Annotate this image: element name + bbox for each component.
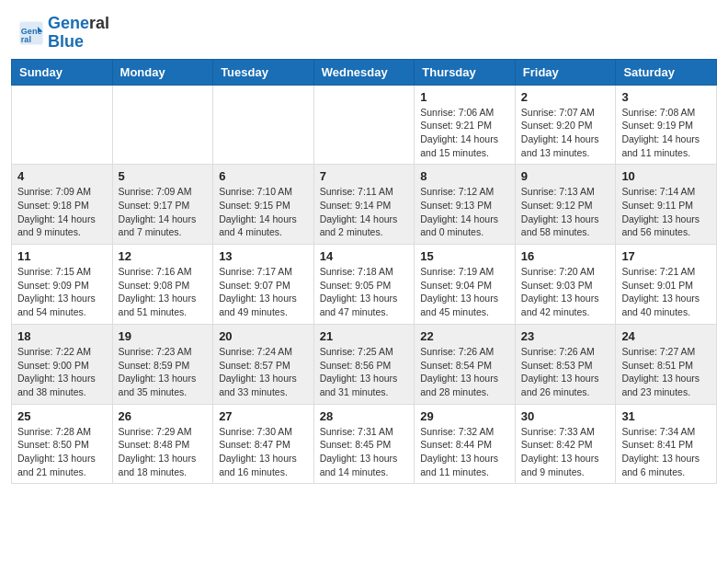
- day-info: Sunrise: 7:09 AM Sunset: 9:18 PM Dayligh…: [17, 185, 107, 239]
- calendar-cell: 26Sunrise: 7:29 AM Sunset: 8:48 PM Dayli…: [112, 404, 213, 484]
- day-number: 15: [420, 249, 509, 263]
- day-number: 8: [420, 169, 509, 183]
- calendar-cell: [313, 85, 415, 165]
- logo-icon: Gene ral: [18, 20, 44, 46]
- day-info: Sunrise: 7:12 AM Sunset: 9:13 PM Dayligh…: [420, 185, 509, 239]
- page-header: Gene ral GeneralBlue: [0, 0, 728, 59]
- weekday-header-thursday: Thursday: [415, 59, 516, 85]
- calendar-wrap: SundayMondayTuesdayWednesdayThursdayFrid…: [0, 59, 728, 496]
- calendar-cell: [12, 85, 113, 165]
- calendar-cell: 18Sunrise: 7:22 AM Sunset: 9:00 PM Dayli…: [12, 324, 113, 404]
- day-info: Sunrise: 7:32 AM Sunset: 8:44 PM Dayligh…: [420, 425, 509, 479]
- calendar-cell: 12Sunrise: 7:16 AM Sunset: 9:08 PM Dayli…: [112, 245, 213, 325]
- calendar-cell: 5Sunrise: 7:09 AM Sunset: 9:17 PM Daylig…: [112, 165, 213, 245]
- calendar-cell: 17Sunrise: 7:21 AM Sunset: 9:01 PM Dayli…: [616, 245, 717, 325]
- week-row-4: 18Sunrise: 7:22 AM Sunset: 9:00 PM Dayli…: [12, 324, 717, 404]
- logo: Gene ral GeneralBlue: [18, 15, 109, 52]
- day-info: Sunrise: 7:29 AM Sunset: 8:48 PM Dayligh…: [119, 425, 208, 479]
- calendar-cell: 7Sunrise: 7:11 AM Sunset: 9:14 PM Daylig…: [313, 165, 415, 245]
- day-info: Sunrise: 7:24 AM Sunset: 8:57 PM Dayligh…: [219, 345, 308, 399]
- day-info: Sunrise: 7:16 AM Sunset: 9:08 PM Dayligh…: [119, 265, 208, 319]
- calendar-cell: 31Sunrise: 7:34 AM Sunset: 8:41 PM Dayli…: [616, 404, 717, 484]
- calendar-cell: 4Sunrise: 7:09 AM Sunset: 9:18 PM Daylig…: [12, 165, 113, 245]
- day-info: Sunrise: 7:15 AM Sunset: 9:09 PM Dayligh…: [17, 265, 107, 319]
- weekday-header-saturday: Saturday: [616, 59, 717, 85]
- week-row-1: 1Sunrise: 7:06 AM Sunset: 9:21 PM Daylig…: [12, 85, 717, 165]
- day-info: Sunrise: 7:22 AM Sunset: 9:00 PM Dayligh…: [17, 345, 107, 399]
- weekday-header-monday: Monday: [112, 59, 213, 85]
- day-number: 12: [119, 249, 208, 263]
- calendar-cell: 19Sunrise: 7:23 AM Sunset: 8:59 PM Dayli…: [112, 324, 213, 404]
- calendar-cell: 15Sunrise: 7:19 AM Sunset: 9:04 PM Dayli…: [415, 245, 516, 325]
- day-info: Sunrise: 7:18 AM Sunset: 9:05 PM Dayligh…: [320, 265, 409, 319]
- day-info: Sunrise: 7:26 AM Sunset: 8:53 PM Dayligh…: [521, 345, 610, 399]
- day-number: 26: [119, 409, 208, 423]
- calendar-cell: 6Sunrise: 7:10 AM Sunset: 9:15 PM Daylig…: [213, 165, 314, 245]
- day-number: 6: [219, 169, 308, 183]
- day-number: 16: [521, 249, 610, 263]
- day-number: 17: [621, 249, 711, 263]
- day-number: 30: [521, 409, 610, 423]
- day-info: Sunrise: 7:10 AM Sunset: 9:15 PM Dayligh…: [219, 185, 308, 239]
- day-number: 9: [521, 169, 610, 183]
- calendar-cell: 8Sunrise: 7:12 AM Sunset: 9:13 PM Daylig…: [415, 165, 516, 245]
- day-number: 13: [219, 249, 308, 263]
- calendar-cell: 2Sunrise: 7:07 AM Sunset: 9:20 PM Daylig…: [515, 85, 616, 165]
- week-row-2: 4Sunrise: 7:09 AM Sunset: 9:18 PM Daylig…: [12, 165, 717, 245]
- day-info: Sunrise: 7:23 AM Sunset: 8:59 PM Dayligh…: [119, 345, 208, 399]
- day-info: Sunrise: 7:17 AM Sunset: 9:07 PM Dayligh…: [219, 265, 308, 319]
- day-number: 11: [17, 249, 107, 263]
- day-number: 7: [320, 169, 409, 183]
- day-info: Sunrise: 7:27 AM Sunset: 8:51 PM Dayligh…: [621, 345, 711, 399]
- day-number: 24: [621, 329, 711, 343]
- day-number: 22: [420, 329, 509, 343]
- day-number: 1: [420, 90, 509, 104]
- day-info: Sunrise: 7:14 AM Sunset: 9:11 PM Dayligh…: [621, 185, 711, 239]
- day-number: 18: [17, 329, 107, 343]
- calendar-cell: 21Sunrise: 7:25 AM Sunset: 8:56 PM Dayli…: [313, 324, 415, 404]
- logo-text: GeneralBlue: [48, 15, 109, 52]
- day-number: 25: [17, 409, 107, 423]
- calendar-cell: 27Sunrise: 7:30 AM Sunset: 8:47 PM Dayli…: [213, 404, 314, 484]
- day-info: Sunrise: 7:31 AM Sunset: 8:45 PM Dayligh…: [320, 425, 409, 479]
- day-info: Sunrise: 7:21 AM Sunset: 9:01 PM Dayligh…: [621, 265, 711, 319]
- day-number: 10: [621, 169, 711, 183]
- day-info: Sunrise: 7:20 AM Sunset: 9:03 PM Dayligh…: [521, 265, 610, 319]
- calendar-cell: 25Sunrise: 7:28 AM Sunset: 8:50 PM Dayli…: [12, 404, 113, 484]
- week-row-3: 11Sunrise: 7:15 AM Sunset: 9:09 PM Dayli…: [12, 245, 717, 325]
- calendar-cell: 11Sunrise: 7:15 AM Sunset: 9:09 PM Dayli…: [12, 245, 113, 325]
- calendar-cell: 29Sunrise: 7:32 AM Sunset: 8:44 PM Dayli…: [415, 404, 516, 484]
- day-info: Sunrise: 7:06 AM Sunset: 9:21 PM Dayligh…: [420, 106, 509, 160]
- weekday-header-tuesday: Tuesday: [213, 59, 314, 85]
- calendar-cell: 24Sunrise: 7:27 AM Sunset: 8:51 PM Dayli…: [616, 324, 717, 404]
- day-info: Sunrise: 7:26 AM Sunset: 8:54 PM Dayligh…: [420, 345, 509, 399]
- weekday-header-row: SundayMondayTuesdayWednesdayThursdayFrid…: [12, 59, 717, 85]
- svg-text:ral: ral: [21, 35, 31, 44]
- day-info: Sunrise: 7:25 AM Sunset: 8:56 PM Dayligh…: [320, 345, 409, 399]
- calendar-cell: 14Sunrise: 7:18 AM Sunset: 9:05 PM Dayli…: [313, 245, 415, 325]
- calendar-cell: 1Sunrise: 7:06 AM Sunset: 9:21 PM Daylig…: [415, 85, 516, 165]
- day-info: Sunrise: 7:07 AM Sunset: 9:20 PM Dayligh…: [521, 106, 610, 160]
- weekday-header-wednesday: Wednesday: [313, 59, 415, 85]
- day-info: Sunrise: 7:30 AM Sunset: 8:47 PM Dayligh…: [219, 425, 308, 479]
- day-number: 20: [219, 329, 308, 343]
- calendar-cell: 20Sunrise: 7:24 AM Sunset: 8:57 PM Dayli…: [213, 324, 314, 404]
- weekday-header-friday: Friday: [515, 59, 616, 85]
- week-row-5: 25Sunrise: 7:28 AM Sunset: 8:50 PM Dayli…: [12, 404, 717, 484]
- day-number: 14: [320, 249, 409, 263]
- day-info: Sunrise: 7:13 AM Sunset: 9:12 PM Dayligh…: [521, 185, 610, 239]
- day-number: 4: [17, 169, 107, 183]
- day-info: Sunrise: 7:09 AM Sunset: 9:17 PM Dayligh…: [119, 185, 208, 239]
- day-number: 5: [119, 169, 208, 183]
- day-info: Sunrise: 7:28 AM Sunset: 8:50 PM Dayligh…: [17, 425, 107, 479]
- day-number: 27: [219, 409, 308, 423]
- day-number: 19: [119, 329, 208, 343]
- calendar-cell: 16Sunrise: 7:20 AM Sunset: 9:03 PM Dayli…: [515, 245, 616, 325]
- day-number: 28: [320, 409, 409, 423]
- calendar-cell: 22Sunrise: 7:26 AM Sunset: 8:54 PM Dayli…: [415, 324, 516, 404]
- day-info: Sunrise: 7:08 AM Sunset: 9:19 PM Dayligh…: [621, 106, 711, 160]
- calendar-table: SundayMondayTuesdayWednesdayThursdayFrid…: [11, 59, 717, 485]
- day-info: Sunrise: 7:11 AM Sunset: 9:14 PM Dayligh…: [320, 185, 409, 239]
- day-info: Sunrise: 7:19 AM Sunset: 9:04 PM Dayligh…: [420, 265, 509, 319]
- calendar-cell: 13Sunrise: 7:17 AM Sunset: 9:07 PM Dayli…: [213, 245, 314, 325]
